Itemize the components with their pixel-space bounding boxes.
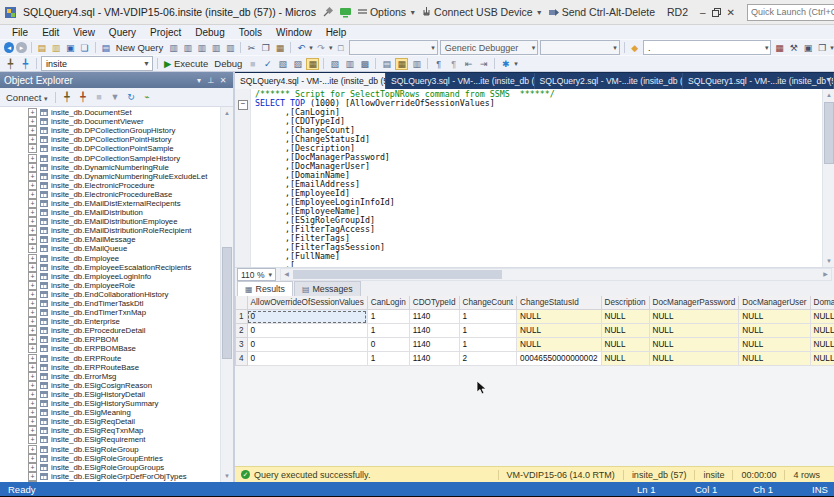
menu-help[interactable]: Help	[320, 26, 353, 39]
expand-icon[interactable]: +	[28, 408, 37, 417]
vm-connect-usb-button[interactable]: Connect USB Device▼	[422, 6, 543, 18]
grid-cell[interactable]: 0	[247, 310, 367, 324]
grid-cell[interactable]: NULL	[739, 324, 810, 338]
tree-item-table[interactable]: +insite_db.ESigRequirement	[0, 435, 233, 444]
chevron-down-icon[interactable]: ▾	[193, 76, 205, 85]
db-query-1-icon[interactable]: ▥	[182, 42, 194, 54]
expand-icon[interactable]: +	[28, 235, 37, 244]
tree-item-table[interactable]: +insite_db.ElectronicProcedureBase	[0, 190, 233, 199]
intellisense-icon[interactable]: ▩	[358, 58, 371, 70]
grid-cell[interactable]: 1	[459, 338, 517, 352]
vm-restore-button[interactable]	[712, 5, 721, 19]
db-query-2-icon[interactable]: ▥	[196, 42, 208, 54]
object-explorer-header[interactable]: Object Explorer ▾ ⊥ ✕	[0, 72, 233, 88]
generic-debugger-combo[interactable]: Generic Debugger▾	[440, 40, 538, 55]
tree-scrollbar[interactable]: ▲ ▼	[220, 107, 233, 482]
tree-item-table[interactable]: +insite_db.DocumentViewer	[0, 117, 233, 126]
close-icon[interactable]: ✕	[217, 76, 229, 85]
grid-cell[interactable]: 1	[367, 352, 409, 366]
tree-item-table[interactable]: +insite_db.EMailDistribution	[0, 208, 233, 217]
vm-minimize-button[interactable]: –	[700, 5, 706, 19]
vm-options-button[interactable]: Options▼	[358, 6, 416, 18]
expand-icon[interactable]: +	[28, 108, 37, 117]
grid-cell[interactable]: NULL	[739, 338, 810, 352]
expand-icon[interactable]: +	[28, 272, 37, 281]
results-to-grid-icon[interactable]: ▦	[306, 58, 319, 70]
expand-icon[interactable]: +	[28, 472, 37, 481]
undo-icon[interactable]: ↶	[295, 42, 307, 54]
expand-icon[interactable]: +	[28, 463, 37, 472]
tree-item-table[interactable]: +insite_db.ESigReqDetail	[0, 417, 233, 426]
results-grid[interactable]: AllowOverrideOfSessionValuesCanLoginCDOT…	[235, 296, 834, 466]
specify-values-icon[interactable]: ✱	[499, 58, 512, 70]
properties-wrench-icon[interactable]: ⚒	[788, 42, 800, 54]
expand-icon[interactable]: +	[28, 344, 37, 353]
tree-item-table[interactable]: +insite_db.EProcedureDetail	[0, 326, 233, 335]
scroll-right-icon[interactable]: ▶	[820, 269, 831, 280]
tree-item-table[interactable]: +insite_db.Employee	[0, 254, 233, 263]
grid-cell[interactable]: 2	[459, 352, 517, 366]
document-tab[interactable]: SQLQuery3.sql - VM-...ite (insite_db (62…	[386, 73, 535, 89]
activity-monitor-icon[interactable]: ⌁	[141, 91, 154, 103]
grid-cell[interactable]: NULL	[810, 352, 834, 366]
expand-icon[interactable]: +	[28, 254, 37, 263]
db-query-4-icon[interactable]: ▥	[224, 42, 236, 54]
find-combo[interactable]: .▾	[643, 40, 772, 55]
row-number[interactable]: 3	[236, 338, 248, 352]
tree-item-table[interactable]: +insite_db.ERPRoute	[0, 354, 233, 363]
tree-item-table[interactable]: +insite_db.EmployeeEscalationRecipients	[0, 263, 233, 272]
code-editor[interactable]: − /****** Script for SelectTopNRows comm…	[235, 89, 834, 267]
execute-button[interactable]: ▶ Execute	[164, 58, 208, 69]
grid-cell[interactable]: 1140	[409, 352, 459, 366]
grid-cell[interactable]: 1140	[409, 338, 459, 352]
pin-icon[interactable]: ⊥	[205, 76, 217, 85]
tree-item-table[interactable]: +insite_db.ESigRoleGroupEntries	[0, 454, 233, 463]
live-stats-icon[interactable]: ▨	[291, 58, 304, 70]
tree-item-table[interactable]: +insite_db.DocumentSet	[0, 108, 233, 117]
tree-item-table[interactable]: +insite_db.Enterprise	[0, 317, 233, 326]
grid-cell[interactable]: NULL	[601, 338, 649, 352]
tree-item-table[interactable]: +insite_db.ERPRouteBase	[0, 363, 233, 372]
grid-cell[interactable]: 0	[247, 338, 367, 352]
expand-icon[interactable]: +	[28, 381, 37, 390]
tree-item-table[interactable]: +insite_db.DPCollectionGroupHistory	[0, 126, 233, 135]
tree-item-table[interactable]: +insite_db.DPCollectionSampleHistory	[0, 153, 233, 162]
tree-item-table[interactable]: +insite_db.ESigRoleGroupGroups	[0, 463, 233, 472]
expand-icon[interactable]: +	[28, 163, 37, 172]
menu-project[interactable]: Project	[144, 26, 187, 39]
tree-item-table[interactable]: +insite_db.ESigHistoryDetail	[0, 390, 233, 399]
grid-column-header[interactable]: DocManagerUser	[739, 296, 810, 310]
scroll-down-icon[interactable]: ▼	[823, 255, 834, 267]
expand-icon[interactable]: +	[28, 335, 37, 344]
available-databases-combo[interactable]: insite▼	[41, 56, 153, 71]
grid-cell[interactable]: NULL	[649, 310, 739, 324]
grid-cell[interactable]: NULL	[810, 338, 834, 352]
vm-send-cad-button[interactable]: Send Ctrl-Alt-Delete	[549, 6, 655, 18]
tree-item-table[interactable]: +insite_db.ElectronicProcedure	[0, 181, 233, 190]
editor-horizontal-scrollbar[interactable]: ◀ ▶	[280, 268, 832, 281]
expand-icon[interactable]: +	[28, 326, 37, 335]
grid-column-header[interactable]: CanLogin	[367, 296, 409, 310]
tree-item-table[interactable]: +insite_db.ESigRoleGroup	[0, 444, 233, 453]
tree-item-table[interactable]: +insite_db.ESigHistorySummary	[0, 399, 233, 408]
tree-item-table[interactable]: +insite_db.DynamicNumberingRuleExcludeLe…	[0, 172, 233, 181]
grid-column-header[interactable]: ChangeStatusId	[517, 296, 601, 310]
expand-icon[interactable]: +	[28, 435, 37, 444]
scroll-left-icon[interactable]: ◀	[281, 269, 292, 280]
windows-layout-icon[interactable]: ❐	[816, 42, 828, 54]
grid-cell[interactable]: NULL	[739, 352, 810, 366]
grid-cell[interactable]: 0	[247, 352, 367, 366]
row-number[interactable]: 2	[236, 324, 248, 338]
expand-icon[interactable]: +	[28, 426, 37, 435]
expand-icon[interactable]: +	[28, 317, 37, 326]
grid-cell[interactable]: NULL	[810, 310, 834, 324]
filter-icon[interactable]: ▼	[109, 91, 122, 103]
menu-query[interactable]: Query	[103, 26, 142, 39]
expand-icon[interactable]: +	[28, 172, 37, 181]
scroll-down-icon[interactable]: ▼	[221, 470, 233, 482]
server-disconnect-icon[interactable]: ╇	[77, 91, 90, 103]
grid-corner[interactable]	[236, 296, 248, 310]
connect-button[interactable]: Connect ▾	[6, 92, 48, 103]
grid-cell[interactable]: 0	[367, 338, 409, 352]
grid-cell[interactable]: 00046550000000002	[517, 352, 601, 366]
